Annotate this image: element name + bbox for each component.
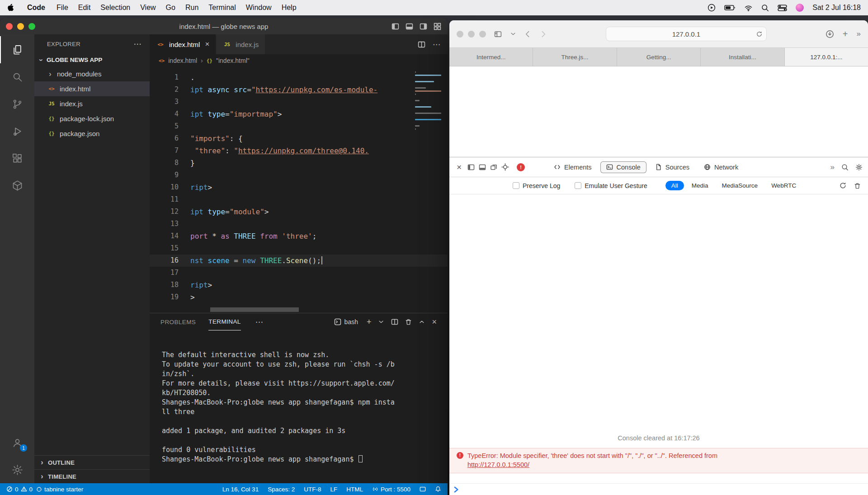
- console-filter-media[interactable]: Media: [686, 181, 714, 190]
- page-content[interactable]: [449, 66, 868, 157]
- horizontal-scrollbar[interactable]: [210, 307, 299, 312]
- activity-explorer[interactable]: [0, 36, 34, 63]
- inspector-settings-gear-icon[interactable]: [855, 164, 863, 171]
- apple-menu[interactable]: [7, 4, 14, 12]
- sidebar-chevron-down-icon[interactable]: [510, 31, 516, 37]
- browser-tab-2[interactable]: Getting...: [617, 48, 701, 66]
- live-server-port[interactable]: Port : 5500: [372, 486, 410, 493]
- inspector-tab-sources[interactable]: Sources: [649, 161, 695, 173]
- code-line-7[interactable]: 7 "three": "https://unpkg.com/three@0.14…: [150, 145, 448, 157]
- inspector-search-icon[interactable]: [841, 164, 849, 171]
- activity-extensions[interactable]: [0, 145, 34, 172]
- browser-tab-4[interactable]: 127.0.0.1:...: [785, 48, 868, 66]
- encoding[interactable]: UTF-8: [304, 486, 321, 493]
- panel-tab-terminal[interactable]: TERMINAL: [208, 313, 241, 330]
- toggle-sidebar-icon[interactable]: [392, 23, 399, 30]
- code-line-15[interactable]: 15: [150, 242, 448, 255]
- breadcrumb-symbol[interactable]: "index.html": [216, 57, 250, 64]
- problems-status[interactable]: 0 0: [6, 486, 33, 493]
- file-item-node_modules[interactable]: ›node_modules: [34, 66, 150, 81]
- inspector-tab-network[interactable]: Network: [698, 161, 744, 173]
- code-editor[interactable]: 1.2ipt async src="https://unpkg.com/es-m…: [150, 67, 448, 313]
- toolbar-overflow-icon[interactable]: »: [857, 29, 861, 38]
- split-editor-icon[interactable]: [418, 41, 425, 48]
- editor-tab-index-js[interactable]: JS index.js: [216, 34, 265, 54]
- menubar-app-icon[interactable]: [796, 4, 804, 12]
- console-error-row[interactable]: ! TypeError: Module specifier, 'three' d…: [449, 448, 868, 473]
- indentation[interactable]: Spaces: 2: [268, 486, 295, 493]
- code-line-1[interactable]: 1.: [150, 71, 448, 84]
- wifi-icon[interactable]: [744, 5, 753, 11]
- menubar-clock[interactable]: Sat 2 Jul 16:18: [812, 4, 861, 12]
- code-line-2[interactable]: 2ipt async src="https://unpkg.com/es-mod…: [150, 84, 448, 96]
- code-line-11[interactable]: 11: [150, 193, 448, 206]
- browser-tab-3[interactable]: Installati...: [701, 48, 784, 66]
- eol-sequence[interactable]: LF: [330, 486, 337, 493]
- menu-view[interactable]: View: [135, 4, 160, 12]
- breadcrumb[interactable]: <> index.html › {} "index.html": [150, 54, 448, 67]
- console-prompt[interactable]: [449, 483, 868, 495]
- browser-tab-0[interactable]: Intermed...: [449, 48, 533, 66]
- reload-icon[interactable]: [756, 31, 763, 38]
- explorer-more-actions-icon[interactable]: ⋯: [134, 39, 142, 49]
- menu-go[interactable]: Go: [161, 4, 180, 12]
- dock-side-icon[interactable]: [467, 164, 475, 171]
- panel-more-actions-icon[interactable]: ⋯: [255, 317, 263, 327]
- new-terminal-icon[interactable]: +: [367, 318, 372, 326]
- code-line-16[interactable]: 16nst scene = new THREE.Scene();: [150, 255, 448, 267]
- code-line-13[interactable]: 13: [150, 218, 448, 230]
- breadcrumb-file[interactable]: index.html: [168, 57, 197, 64]
- tabs-overflow-icon[interactable]: »: [830, 163, 835, 172]
- activity-run-debug[interactable]: [0, 118, 34, 145]
- menu-run[interactable]: Run: [180, 4, 203, 12]
- console-scope-icon[interactable]: [839, 182, 847, 189]
- menu-help[interactable]: Help: [277, 4, 302, 12]
- console-filter-mediasource[interactable]: MediaSource: [716, 181, 764, 190]
- code-line-4[interactable]: 4ipt type="importmap">: [150, 108, 448, 120]
- minimize-window-button[interactable]: [468, 31, 475, 38]
- shell-selector[interactable]: bash: [334, 318, 358, 325]
- close-inspector-icon[interactable]: ×: [455, 163, 463, 171]
- menu-edit[interactable]: Edit: [73, 4, 96, 12]
- cursor-position[interactable]: Ln 16, Col 31: [222, 486, 259, 493]
- editor-more-actions-icon[interactable]: ⋯: [433, 40, 440, 49]
- menu-window[interactable]: Window: [241, 4, 277, 12]
- preserve-log-checkbox[interactable]: Preserve Log: [513, 182, 560, 189]
- maximize-panel-icon[interactable]: [419, 319, 425, 325]
- kill-terminal-trash-icon[interactable]: [405, 318, 412, 325]
- forward-button-icon[interactable]: [539, 30, 547, 38]
- outline-section[interactable]: › OUTLINE: [34, 455, 150, 469]
- split-terminal-icon[interactable]: [391, 318, 398, 325]
- code-line-10[interactable]: 10ript>: [150, 181, 448, 193]
- code-line-14[interactable]: 14port * as THREE from 'three';: [150, 230, 448, 242]
- code-line-8[interactable]: 8}: [150, 157, 448, 169]
- code-line-12[interactable]: 12ipt type="module">: [150, 206, 448, 218]
- minimap[interactable]: [415, 71, 443, 132]
- console-filter-all[interactable]: All: [665, 181, 684, 190]
- code-line-17[interactable]: 17: [150, 267, 448, 279]
- safari-toolbar[interactable]: 127.0.0.1 + »: [449, 20, 868, 48]
- activity-remote-explorer[interactable]: [0, 172, 34, 199]
- spotlight-search-icon[interactable]: [761, 4, 769, 12]
- explorer-project-root[interactable]: › GLOBE NEWS APP: [34, 53, 150, 66]
- terminal-output[interactable]: The default interactive shell is now zsh…: [150, 330, 448, 483]
- vscode-titlebar[interactable]: index.html — globe news app: [0, 18, 448, 34]
- activity-search[interactable]: [0, 63, 34, 90]
- downloads-icon[interactable]: [826, 30, 834, 38]
- file-item-index.html[interactable]: <>index.html: [34, 81, 150, 96]
- error-source-link[interactable]: http://127.0.0.1:5500/: [467, 460, 717, 469]
- toggle-secondary-sidebar-icon[interactable]: [420, 23, 427, 30]
- minimize-window-button[interactable]: [17, 23, 24, 30]
- inspector-tab-console[interactable]: Console: [600, 161, 646, 173]
- tabnine-status[interactable]: tabnine starter: [36, 486, 83, 493]
- customize-layout-icon[interactable]: [434, 23, 441, 30]
- close-panel-icon[interactable]: ×: [432, 318, 437, 326]
- code-line-3[interactable]: 3: [150, 96, 448, 108]
- new-tab-icon[interactable]: +: [843, 29, 848, 38]
- emulate-user-gesture-checkbox[interactable]: Emulate User Gesture: [575, 182, 647, 189]
- menu-file[interactable]: File: [52, 4, 73, 12]
- address-bar[interactable]: 127.0.0.1: [606, 27, 767, 41]
- toggle-panel-icon[interactable]: [406, 23, 413, 30]
- activity-source-control[interactable]: [0, 90, 34, 118]
- sidebar-toggle-icon[interactable]: [494, 30, 502, 38]
